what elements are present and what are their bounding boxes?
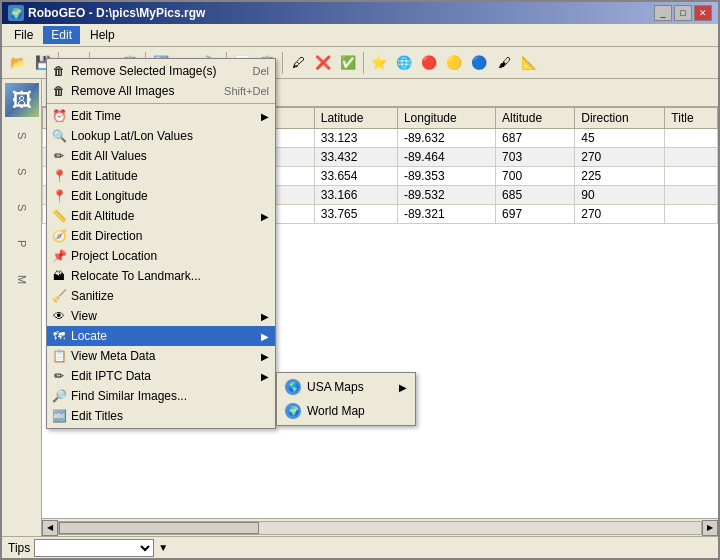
table-row[interactable]: pic2.jpg 4/24/2006 5:11:56 PM 33.432 -89… <box>43 148 718 167</box>
cell-title <box>665 167 718 186</box>
cell-title <box>665 129 718 148</box>
scroll-track[interactable] <box>58 521 702 535</box>
col-exif-time: EXIF Time <box>119 108 315 129</box>
window-title: RoboGEO - D:\pics\MyPics.rgw <box>28 6 205 20</box>
cell-title <box>665 148 718 167</box>
col-longitude: Longitude <box>397 108 495 129</box>
col-altitude: Altitude <box>496 108 575 129</box>
left-panel-s3[interactable]: S <box>5 191 39 225</box>
cell-altitude: 687 <box>496 129 575 148</box>
cell-direction: 45 <box>575 129 665 148</box>
toolbar-tag[interactable]: 🏷 <box>174 51 198 75</box>
col-filename <box>43 108 119 129</box>
cell-longitude: -89.321 <box>397 205 495 224</box>
left-panel-s1[interactable]: S <box>5 119 39 153</box>
cell-longitude: -89.532 <box>397 186 495 205</box>
toolbar-list[interactable]: 📋 <box>255 51 279 75</box>
tab-tracklog[interactable]: Tracklog <box>46 83 126 107</box>
toolbar-sep-6 <box>363 52 364 74</box>
cell-altitude: 697 <box>496 205 575 224</box>
toolbar-open[interactable]: 📂 <box>6 51 30 75</box>
cell-altitude: 703 <box>496 148 575 167</box>
h-scrollbar[interactable]: ◀ ▶ <box>42 518 718 536</box>
left-panel: 🖼 S S S P M <box>2 79 42 536</box>
table-container[interactable]: EXIF Time Latitude Longitude Altitude Di… <box>42 107 718 518</box>
cell-latitude: 33.166 <box>314 186 397 205</box>
cell-direction: 270 <box>575 205 665 224</box>
cell-latitude: 33.432 <box>314 148 397 167</box>
cell-direction: 270 <box>575 148 665 167</box>
left-panel-s2[interactable]: S <box>5 155 39 189</box>
status-select[interactable] <box>34 539 154 557</box>
cell-exif-time: 4/24/2006 5:41:47 PM <box>119 167 315 186</box>
cell-exif-time: 4/24/2006 5:52:23 PM <box>119 129 315 148</box>
minimize-button[interactable]: _ <box>654 5 672 21</box>
table-row[interactable]: pic1.jpg 4/24/2006 5:52:23 PM 33.123 -89… <box>43 129 718 148</box>
toolbar-measure[interactable]: 📐 <box>517 51 541 75</box>
toolbar-copy[interactable]: 📋 <box>118 51 142 75</box>
toolbar-red[interactable]: 🔴 <box>417 51 441 75</box>
cell-altitude: 685 <box>496 186 575 205</box>
cell-latitude: 33.654 <box>314 167 397 186</box>
edit-menu-trigger[interactable]: Edit <box>43 26 80 44</box>
toolbar-blue[interactable]: 🔵 <box>467 51 491 75</box>
main-content: 🖼 S S S P M Tracklog EXIF Time <box>2 79 718 536</box>
table-row[interactable]: pic5.jpg 4/24/2006 5:01:42 PM 33.765 -89… <box>43 205 718 224</box>
toolbar-globe[interactable]: 🌐 <box>392 51 416 75</box>
cell-latitude: 33.123 <box>314 129 397 148</box>
main-window: 🌍 RoboGEO - D:\pics\MyPics.rgw _ □ ✕ Fil… <box>0 0 720 560</box>
app-icon: 🌍 <box>8 5 24 21</box>
toolbar-sep-4 <box>226 52 227 74</box>
status-bar: Tips ▼ <box>2 536 718 558</box>
toolbar-save[interactable]: 💾 <box>31 51 55 75</box>
title-bar: 🌍 RoboGEO - D:\pics\MyPics.rgw _ □ ✕ <box>2 2 718 24</box>
cell-longitude: -89.464 <box>397 148 495 167</box>
maximize-button[interactable]: □ <box>674 5 692 21</box>
toolbar-sep-3 <box>145 52 146 74</box>
toolbar-yellow[interactable]: 🟡 <box>442 51 466 75</box>
toolbar-star[interactable]: ⭐ <box>367 51 391 75</box>
table-row[interactable]: pic3.jpg 4/24/2006 5:41:47 PM 33.654 -89… <box>43 167 718 186</box>
col-direction: Direction <box>575 108 665 129</box>
table-row[interactable]: pic4.jpg 4/24/2006 5:34:57 PM 33.166 -89… <box>43 186 718 205</box>
cell-title <box>665 205 718 224</box>
cell-latitude: 33.765 <box>314 205 397 224</box>
title-bar-left: 🌍 RoboGEO - D:\pics\MyPics.rgw <box>8 5 205 21</box>
toolbar-paint[interactable]: 🖌 <box>492 51 516 75</box>
toolbar-cut[interactable]: ✂ <box>93 51 117 75</box>
toolbar-check[interactable]: ✅ <box>336 51 360 75</box>
toolbar-settings[interactable]: 🔧 <box>199 51 223 75</box>
cell-exif-time: 4/24/2006 5:11:56 PM <box>119 148 315 167</box>
menu-bar: File Edit Help <box>2 24 718 47</box>
cell-filename: pic4.jpg <box>43 186 119 205</box>
scroll-thumb[interactable] <box>59 522 259 534</box>
left-panel-m[interactable]: M <box>5 263 39 297</box>
toolbar-edit[interactable]: 🖊 <box>286 51 310 75</box>
toolbar-print[interactable]: 🖨 <box>62 51 86 75</box>
image-thumbnail[interactable]: 🖼 <box>5 83 39 117</box>
left-panel-p[interactable]: P <box>5 227 39 261</box>
help-menu[interactable]: Help <box>82 26 123 44</box>
cell-filename: pic3.jpg <box>43 167 119 186</box>
cell-filename: pic2.jpg <box>43 148 119 167</box>
scroll-right-arrow[interactable]: ▶ <box>702 520 718 536</box>
cell-title <box>665 186 718 205</box>
toolbar-chart[interactable]: 📊 <box>230 51 254 75</box>
toolbar-sep-1 <box>58 52 59 74</box>
toolbar-delete[interactable]: ❌ <box>311 51 335 75</box>
status-dropdown-arrow[interactable]: ▼ <box>158 542 168 553</box>
cell-filename: pic1.jpg <box>43 129 119 148</box>
cell-direction: 90 <box>575 186 665 205</box>
cell-exif-time: 4/24/2006 5:01:42 PM <box>119 205 315 224</box>
image-table: EXIF Time Latitude Longitude Altitude Di… <box>42 107 718 224</box>
toolbar-refresh[interactable]: 🔄 <box>149 51 173 75</box>
toolbar: 📂 💾 🖨 ✂ 📋 🔄 🏷 🔧 📊 📋 🖊 ❌ ✅ ⭐ 🌐 🔴 🟡 🔵 🖌 📐 <box>2 47 718 79</box>
file-menu[interactable]: File <box>6 26 41 44</box>
cell-longitude: -89.632 <box>397 129 495 148</box>
scroll-left-arrow[interactable]: ◀ <box>42 520 58 536</box>
close-button[interactable]: ✕ <box>694 5 712 21</box>
toolbar-sep-5 <box>282 52 283 74</box>
cell-exif-time: 4/24/2006 5:34:57 PM <box>119 186 315 205</box>
cell-direction: 225 <box>575 167 665 186</box>
content-area: Tracklog EXIF Time Latitude Longitude Al… <box>42 79 718 536</box>
